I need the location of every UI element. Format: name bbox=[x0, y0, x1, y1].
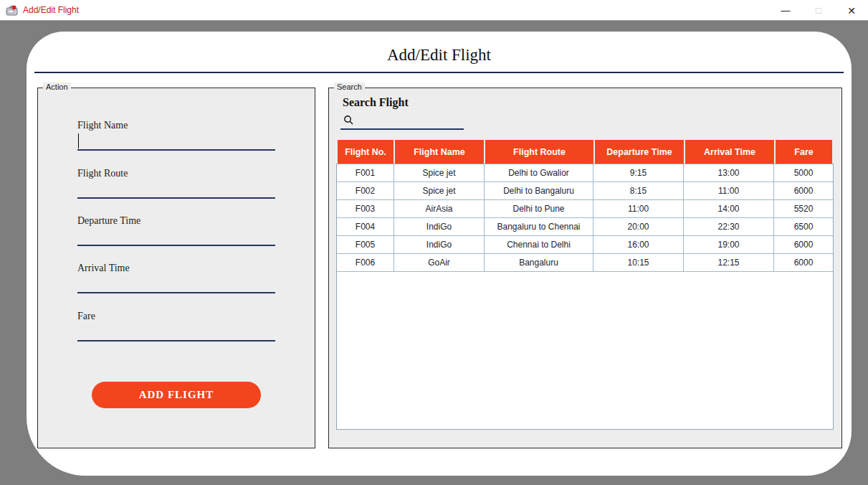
cell-flight-route[interactable]: Chennai to Delhi bbox=[485, 236, 593, 254]
cell-departure-time[interactable]: 9:15 bbox=[593, 164, 684, 182]
search-frame: Search Search Flight Flight No. Flight N… bbox=[328, 88, 842, 448]
flight-route-field-group: Flight Route bbox=[77, 168, 275, 199]
cell-flight-no[interactable]: F004 bbox=[337, 218, 394, 236]
cell-departure-time[interactable]: 11:00 bbox=[593, 200, 684, 218]
cell-arrival-time[interactable]: 13:00 bbox=[684, 164, 774, 182]
cell-departure-time[interactable]: 20:00 bbox=[593, 218, 684, 236]
fare-field-group: Fare bbox=[77, 311, 275, 342]
cell-flight-name[interactable]: GoAir bbox=[394, 254, 485, 272]
search-flight-heading: Search Flight bbox=[343, 96, 409, 109]
application-window: Add/Edit Flight — □ ✕ Add/Edit Flight Ac… bbox=[0, 0, 868, 485]
table-row[interactable]: F001 Spice jet Delhi to Gwalior 9:15 13:… bbox=[337, 164, 833, 182]
page-title: Add/Edit Flight bbox=[27, 46, 852, 65]
main-card: Add/Edit Flight Action Flight Name Fligh… bbox=[27, 32, 852, 476]
search-frame-label: Search bbox=[334, 83, 365, 91]
flight-name-input[interactable] bbox=[77, 133, 275, 151]
fare-label: Fare bbox=[77, 311, 275, 324]
table-row[interactable]: F005 IndiGo Chennai to Delhi 16:00 19:00… bbox=[337, 236, 833, 254]
close-button[interactable]: ✕ bbox=[835, 0, 868, 21]
cell-flight-name[interactable]: Spice jet bbox=[394, 182, 485, 200]
flights-table-header: Flight No. Flight Name Flight Route Depa… bbox=[338, 140, 835, 164]
cell-flight-no[interactable]: F002 bbox=[337, 182, 394, 200]
cell-fare[interactable]: 6500 bbox=[774, 218, 833, 236]
window-controls: — □ ✕ bbox=[769, 0, 868, 21]
column-header-flight-name[interactable]: Flight Name bbox=[395, 140, 484, 164]
arrival-time-field-group: Arrival Time bbox=[77, 263, 275, 293]
cell-fare[interactable]: 6000 bbox=[774, 254, 833, 272]
cell-fare[interactable]: 5520 bbox=[774, 200, 833, 218]
flight-name-field-group: Flight Name bbox=[77, 120, 275, 151]
cell-fare[interactable]: 5000 bbox=[774, 164, 833, 182]
cell-departure-time[interactable]: 8:15 bbox=[593, 182, 684, 200]
cell-flight-no[interactable]: F005 bbox=[337, 236, 394, 254]
action-frame-label: Action bbox=[43, 83, 71, 91]
flight-route-label: Flight Route bbox=[77, 168, 275, 181]
table-row[interactable]: F006 GoAir Bangaluru 10:15 12:15 6000 bbox=[337, 254, 833, 272]
app-icon bbox=[6, 4, 18, 17]
cell-flight-no[interactable]: F001 bbox=[337, 164, 394, 182]
window-title: Add/Edit Flight bbox=[23, 5, 79, 15]
cell-flight-route[interactable]: Delhi to Gwalior bbox=[485, 164, 593, 182]
minimize-button[interactable]: — bbox=[769, 0, 802, 21]
search-input[interactable] bbox=[340, 113, 464, 130]
title-bar: Add/Edit Flight — □ ✕ bbox=[0, 0, 868, 21]
cell-flight-name[interactable]: IndiGo bbox=[394, 218, 485, 236]
cell-departure-time[interactable]: 16:00 bbox=[593, 236, 684, 254]
cell-departure-time[interactable]: 10:15 bbox=[593, 254, 684, 272]
cell-arrival-time[interactable]: 19:00 bbox=[684, 236, 774, 254]
search-icon bbox=[343, 115, 354, 126]
column-header-fare[interactable]: Fare bbox=[776, 140, 832, 164]
cell-flight-route[interactable]: Delhi to Pune bbox=[485, 200, 593, 218]
cell-flight-no[interactable]: F003 bbox=[337, 200, 394, 218]
departure-time-field-group: Departure Time bbox=[77, 215, 275, 246]
arrival-time-input[interactable] bbox=[77, 276, 275, 293]
cell-flight-name[interactable]: Spice jet bbox=[394, 164, 485, 182]
fare-input[interactable] bbox=[77, 324, 275, 342]
text-cursor bbox=[78, 133, 79, 149]
cell-arrival-time[interactable]: 14:00 bbox=[684, 200, 774, 218]
column-header-flight-route[interactable]: Flight Route bbox=[485, 140, 593, 164]
cell-arrival-time[interactable]: 12:15 bbox=[684, 254, 774, 272]
table-row[interactable]: F004 IndiGo Bangaluru to Chennai 20:00 2… bbox=[337, 218, 833, 236]
column-header-departure-time[interactable]: Departure Time bbox=[595, 140, 684, 164]
flights-table-body: F001 Spice jet Delhi to Gwalior 9:15 13:… bbox=[336, 164, 834, 430]
cell-arrival-time[interactable]: 11:00 bbox=[684, 182, 774, 200]
title-divider bbox=[34, 72, 844, 73]
column-header-flight-no[interactable]: Flight No. bbox=[338, 140, 394, 164]
departure-time-label: Departure Time bbox=[77, 215, 275, 228]
cell-flight-route[interactable]: Bangaluru to Chennai bbox=[485, 218, 593, 236]
arrival-time-label: Arrival Time bbox=[77, 263, 275, 276]
add-flight-button[interactable]: ADD FLIGHT bbox=[92, 382, 261, 408]
cell-flight-route[interactable]: Bangaluru bbox=[485, 254, 593, 272]
cell-fare[interactable]: 6000 bbox=[774, 182, 833, 200]
table-row[interactable]: F003 AirAsia Delhi to Pune 11:00 14:00 5… bbox=[337, 200, 833, 218]
flight-name-label: Flight Name bbox=[77, 120, 275, 133]
cell-flight-no[interactable]: F006 bbox=[337, 254, 394, 272]
cell-flight-name[interactable]: IndiGo bbox=[394, 236, 485, 254]
search-field bbox=[340, 113, 464, 130]
maximize-button[interactable]: □ bbox=[802, 0, 835, 21]
cell-flight-route[interactable]: Delhi to Bangaluru bbox=[485, 182, 593, 200]
column-header-arrival-time[interactable]: Arrival Time bbox=[685, 140, 774, 164]
departure-time-input[interactable] bbox=[77, 228, 275, 246]
action-frame: Action Flight Name Flight Route Departur… bbox=[37, 88, 315, 448]
table-row[interactable]: F002 Spice jet Delhi to Bangaluru 8:15 1… bbox=[337, 182, 833, 200]
cell-arrival-time[interactable]: 22:30 bbox=[684, 218, 774, 236]
flight-route-input[interactable] bbox=[77, 181, 275, 199]
cell-fare[interactable]: 6000 bbox=[774, 236, 833, 254]
cell-flight-name[interactable]: AirAsia bbox=[394, 200, 485, 218]
